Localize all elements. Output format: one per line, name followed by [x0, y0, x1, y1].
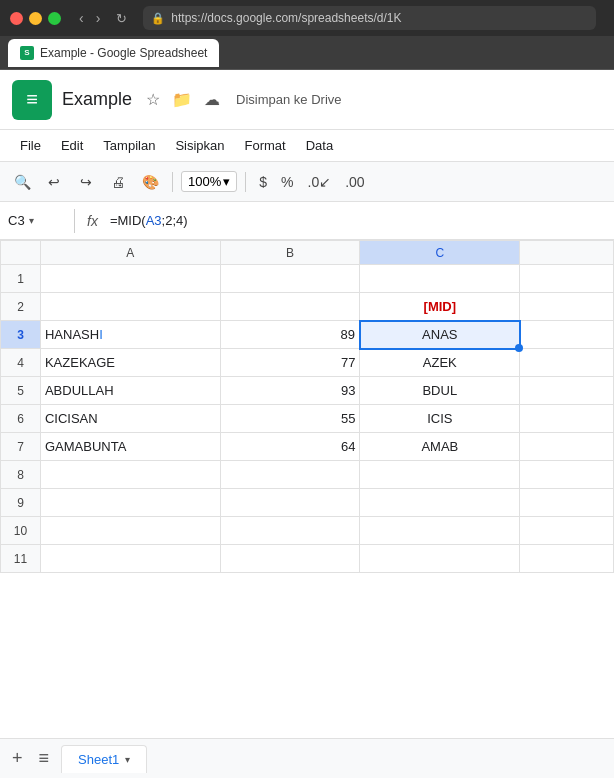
zoom-control[interactable]: 100% ▾ — [181, 171, 237, 192]
minimize-button[interactable] — [29, 12, 42, 25]
cell-b3[interactable]: 89 — [220, 321, 360, 349]
percent-button[interactable]: % — [276, 171, 298, 193]
forward-button[interactable]: › — [92, 8, 105, 28]
cell-c6[interactable]: ICIS — [360, 405, 520, 433]
cell-b8[interactable] — [220, 461, 360, 489]
cell-d2[interactable] — [520, 293, 614, 321]
cell-a6[interactable]: CICISAN — [40, 405, 220, 433]
fx-icon: fx — [81, 213, 104, 229]
cell-b5[interactable]: 93 — [220, 377, 360, 405]
cell-a2[interactable] — [40, 293, 220, 321]
cell-d5[interactable] — [520, 377, 614, 405]
formula-bar: C3 ▾ fx =MID(A3;2;4) — [0, 202, 614, 240]
currency-button[interactable]: $ — [254, 171, 272, 193]
cell-c11[interactable] — [360, 545, 520, 573]
cell-d3[interactable] — [520, 321, 614, 349]
cell-a5[interactable]: ABDULLAH — [40, 377, 220, 405]
cell-d9[interactable] — [520, 489, 614, 517]
cell-b11[interactable] — [220, 545, 360, 573]
row-header-7[interactable]: 7 — [1, 433, 41, 461]
cell-reference: C3 — [8, 213, 25, 228]
row-header-4[interactable]: 4 — [1, 349, 41, 377]
row-header-10[interactable]: 10 — [1, 517, 41, 545]
decimal-dec-button[interactable]: .0↙ — [303, 171, 337, 193]
cell-a10[interactable] — [40, 517, 220, 545]
row-header-5[interactable]: 5 — [1, 377, 41, 405]
formula-divider — [74, 209, 75, 233]
search-button[interactable]: 🔍 — [8, 168, 36, 196]
cell-b6[interactable]: 55 — [220, 405, 360, 433]
cell-a7[interactable]: GAMABUNTA — [40, 433, 220, 461]
cell-b4[interactable]: 77 — [220, 349, 360, 377]
cell-a4[interactable]: KAZEKAGE — [40, 349, 220, 377]
add-sheet-button[interactable]: + — [8, 744, 27, 773]
cell-b10[interactable] — [220, 517, 360, 545]
cell-d11[interactable] — [520, 545, 614, 573]
cell-c8[interactable] — [360, 461, 520, 489]
menubar: File Edit Tampilan Sisipkan Format Data — [0, 130, 614, 162]
col-header-a[interactable]: A — [40, 241, 220, 265]
cell-a9[interactable] — [40, 489, 220, 517]
menu-sisipkan[interactable]: Sisipkan — [167, 134, 232, 157]
menu-format[interactable]: Format — [237, 134, 294, 157]
cell-c7[interactable]: AMAB — [360, 433, 520, 461]
row-header-2[interactable]: 2 — [1, 293, 41, 321]
address-bar[interactable]: 🔒 https://docs.google.com/spreadsheets/d… — [143, 6, 596, 30]
cell-d1[interactable] — [520, 265, 614, 293]
redo-button[interactable]: ↪ — [72, 168, 100, 196]
row-header-6[interactable]: 6 — [1, 405, 41, 433]
row-header-11[interactable]: 11 — [1, 545, 41, 573]
cell-a3[interactable]: HANASHI — [40, 321, 220, 349]
table-row: 7GAMABUNTA64AMAB — [1, 433, 614, 461]
cell-b9[interactable] — [220, 489, 360, 517]
sheets-logo: ≡ — [12, 80, 52, 120]
cell-d8[interactable] — [520, 461, 614, 489]
maximize-button[interactable] — [48, 12, 61, 25]
corner-header — [1, 241, 41, 265]
col-header-d[interactable] — [520, 241, 614, 265]
back-button[interactable]: ‹ — [75, 8, 88, 28]
cell-b1[interactable] — [220, 265, 360, 293]
cell-b7[interactable]: 64 — [220, 433, 360, 461]
cell-c10[interactable] — [360, 517, 520, 545]
undo-button[interactable]: ↩ — [40, 168, 68, 196]
cell-c9[interactable] — [360, 489, 520, 517]
sheet-tab-sheet1[interactable]: Sheet1 ▾ — [61, 745, 147, 773]
cell-c4[interactable]: AZEK — [360, 349, 520, 377]
cloud-button[interactable]: ☁ — [204, 90, 220, 109]
refresh-button[interactable]: ↻ — [116, 11, 127, 26]
star-button[interactable]: ☆ — [146, 90, 160, 109]
decimal-inc-button[interactable]: .00 — [340, 171, 369, 193]
cell-d7[interactable] — [520, 433, 614, 461]
menu-file[interactable]: File — [12, 134, 49, 157]
cell-ref-dropdown[interactable]: ▾ — [29, 215, 34, 226]
close-button[interactable] — [10, 12, 23, 25]
folder-button[interactable]: 📁 — [172, 90, 192, 109]
cell-c5[interactable]: BDUL — [360, 377, 520, 405]
cell-d6[interactable] — [520, 405, 614, 433]
row-header-8[interactable]: 8 — [1, 461, 41, 489]
cell-d4[interactable] — [520, 349, 614, 377]
row-header-1[interactable]: 1 — [1, 265, 41, 293]
sheet-grid: A B C 12[MID]3HANASHI89ANAS4KAZEKAGE77AZ… — [0, 240, 614, 573]
col-header-c[interactable]: C — [360, 241, 520, 265]
row-header-9[interactable]: 9 — [1, 489, 41, 517]
cell-c3-selected[interactable]: ANAS — [360, 321, 520, 349]
cell-a1[interactable] — [40, 265, 220, 293]
menu-edit[interactable]: Edit — [53, 134, 91, 157]
cell-c1[interactable] — [360, 265, 520, 293]
cell-b2[interactable] — [220, 293, 360, 321]
menu-data[interactable]: Data — [298, 134, 341, 157]
row-header-3[interactable]: 3 — [1, 321, 41, 349]
cell-a8[interactable] — [40, 461, 220, 489]
paint-format-button[interactable]: 🎨 — [136, 168, 164, 196]
sheet-menu-button[interactable]: ≡ — [35, 744, 54, 773]
browser-tab[interactable]: S Example - Google Spreadsheet — [8, 39, 219, 67]
cell-d10[interactable] — [520, 517, 614, 545]
print-button[interactable]: 🖨 — [104, 168, 132, 196]
cell-a11[interactable] — [40, 545, 220, 573]
col-header-b[interactable]: B — [220, 241, 360, 265]
cell-c2-mid[interactable]: [MID] — [360, 293, 520, 321]
menu-tampilan[interactable]: Tampilan — [95, 134, 163, 157]
sheets-favicon: S — [20, 46, 34, 60]
